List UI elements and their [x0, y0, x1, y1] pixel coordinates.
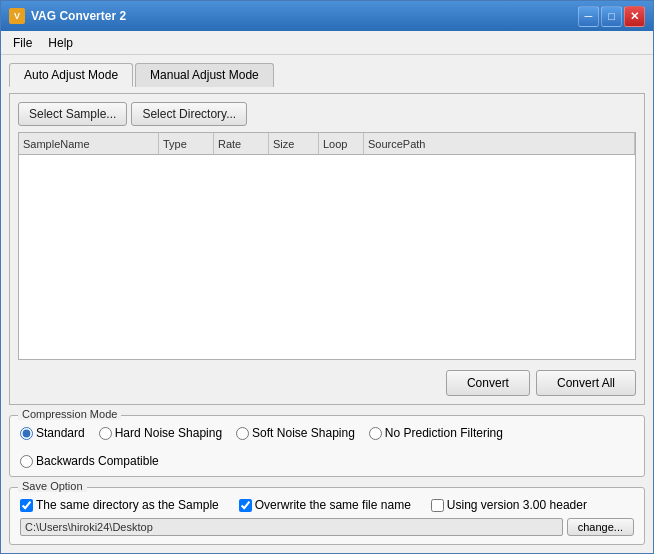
- compression-mode-group: Compression Mode Standard Hard Noise Sha…: [9, 415, 645, 477]
- radio-soft-noise[interactable]: Soft Noise Shaping: [236, 426, 355, 440]
- checkbox-same-dir[interactable]: The same directory as the Sample: [20, 498, 219, 512]
- radio-backwards-compatible[interactable]: Backwards Compatible: [20, 454, 159, 468]
- col-header-loop: Loop: [319, 133, 364, 154]
- col-header-rate: Rate: [214, 133, 269, 154]
- col-header-samplename: SampleName: [19, 133, 159, 154]
- radio-standard[interactable]: Standard: [20, 426, 85, 440]
- checkbox-version[interactable]: Using version 3.00 header: [431, 498, 587, 512]
- tab-manual-adjust[interactable]: Manual Adjust Mode: [135, 63, 274, 87]
- tab-bar: Auto Adjust Mode Manual Adjust Mode: [9, 63, 645, 87]
- col-header-size: Size: [269, 133, 319, 154]
- sample-table: SampleName Type Rate Size Loop SourcePat…: [18, 132, 636, 360]
- col-header-sourcepath: SourcePath: [364, 133, 635, 154]
- maximize-button[interactable]: □: [601, 6, 622, 27]
- path-input[interactable]: [20, 518, 563, 536]
- compression-radio-row: Standard Hard Noise Shaping Soft Noise S…: [20, 422, 634, 468]
- table-header: SampleName Type Rate Size Loop SourcePat…: [19, 133, 635, 155]
- radio-no-prediction[interactable]: No Prediction Filtering: [369, 426, 503, 440]
- select-directory-button[interactable]: Select Directory...: [131, 102, 247, 126]
- table-body[interactable]: [19, 155, 635, 359]
- title-bar: V VAG Converter 2 ─ □ ✕: [1, 1, 653, 31]
- convert-button[interactable]: Convert: [446, 370, 530, 396]
- toolbar: Select Sample... Select Directory...: [18, 102, 636, 126]
- convert-row: Convert Convert All: [18, 366, 636, 396]
- app-icon: V: [9, 8, 25, 24]
- menu-help[interactable]: Help: [40, 34, 81, 52]
- col-header-type: Type: [159, 133, 214, 154]
- minimize-button[interactable]: ─: [578, 6, 599, 27]
- save-option-group: Save Option The same directory as the Sa…: [9, 487, 645, 545]
- menu-file[interactable]: File: [5, 34, 40, 52]
- main-window: V VAG Converter 2 ─ □ ✕ File Help Auto A…: [0, 0, 654, 554]
- select-sample-button[interactable]: Select Sample...: [18, 102, 127, 126]
- window-controls: ─ □ ✕: [578, 6, 645, 27]
- path-row: change...: [20, 518, 634, 536]
- change-button[interactable]: change...: [567, 518, 634, 536]
- compression-mode-label: Compression Mode: [18, 408, 121, 420]
- tab-auto-adjust[interactable]: Auto Adjust Mode: [9, 63, 133, 87]
- radio-hard-noise[interactable]: Hard Noise Shaping: [99, 426, 222, 440]
- tab-panel: Select Sample... Select Directory... Sam…: [9, 93, 645, 405]
- checkbox-overwrite[interactable]: Overwrite the same file name: [239, 498, 411, 512]
- menu-bar: File Help: [1, 31, 653, 55]
- window-title: VAG Converter 2: [31, 9, 578, 23]
- save-option-label: Save Option: [18, 480, 87, 492]
- main-content: Auto Adjust Mode Manual Adjust Mode Sele…: [1, 55, 653, 553]
- save-option-checkboxes: The same directory as the Sample Overwri…: [20, 494, 634, 512]
- convert-all-button[interactable]: Convert All: [536, 370, 636, 396]
- close-button[interactable]: ✕: [624, 6, 645, 27]
